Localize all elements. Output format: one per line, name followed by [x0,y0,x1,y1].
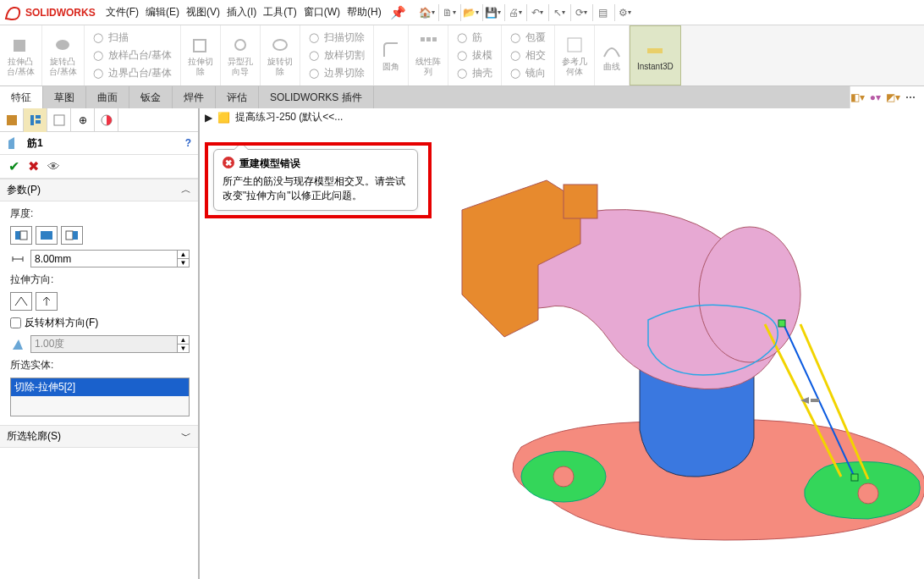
btn-curve[interactable]: 曲线 [595,25,630,85]
help-icon[interactable]: ? [185,137,191,149]
btn-draft[interactable]: ◯ 拔模 [457,48,492,63]
svg-rect-5 [421,37,425,41]
thickness-both-button[interactable] [36,226,58,245]
btn-linear-pattern[interactable]: 线性阵 列 [409,25,448,85]
btn-extrude-boss[interactable]: 拉伸凸 台/基体 [0,25,42,85]
pin-icon[interactable]: 📌 [385,5,411,20]
direction-parallel-button[interactable] [10,292,32,311]
reverse-material-input[interactable] [10,317,21,328]
thickness-value-row: ▲▼ [10,250,190,267]
options-list-icon[interactable]: ▤ [592,2,614,24]
side-tab-feature-tree[interactable] [0,108,24,132]
graphics-viewport[interactable]: ▶ 🟨 提高练习-250 (默认<<... ✖ 重建模型错误 所产生的筋没与现存… [200,108,924,579]
tab-evaluate[interactable]: 评估 [216,86,259,108]
new-file-icon[interactable]: 🗎▾ [438,2,460,24]
menu-edit[interactable]: 编辑(E) [142,5,183,19]
svg-rect-6 [426,37,431,41]
side-tab-dimxpert[interactable]: ⊕ [71,108,95,132]
btn-revolve-boss[interactable]: 旋转凸 台/基体 [42,25,85,85]
menu-file[interactable]: 文件(F) [102,5,142,19]
print-icon[interactable]: 🖨▾ [504,2,526,24]
btn-fillet[interactable]: 圆角 [374,25,409,85]
btn-loft[interactable]: ◯ 放样凸台/基体 [93,48,172,63]
svg-point-1 [56,40,69,50]
view-cube-icon[interactable]: ◩▾ [886,91,900,103]
btn-revolve-cut[interactable]: 旋转切 除 [261,25,300,85]
thickness-up[interactable]: ▲ [178,251,189,259]
side-tab-display[interactable] [95,108,118,132]
preview-button[interactable]: 👁 [47,159,60,174]
thickness-input[interactable] [30,250,177,267]
settings-gear-icon[interactable]: ⚙▾ [614,2,636,24]
selected-entity-item[interactable]: 切除-拉伸5[2] [11,378,189,396]
menu-tools[interactable]: 工具(T) [260,5,300,19]
home-icon[interactable]: 🏠▾ [416,2,438,24]
tab-sketch[interactable]: 草图 [43,86,86,108]
draft-angle-row: ▲▼ [10,335,190,353]
contours-header-label: 所选轮廓(S) [7,429,61,444]
btn-mirror[interactable]: ◯ 镜向 [510,66,546,80]
appearance-icon[interactable]: ●▾ [870,91,881,103]
btn-extrude-cut[interactable]: 拉伸切 除 [181,25,221,85]
draft-input [30,335,177,353]
btn-boundary[interactable]: ◯ 边界凸台/基体 [93,66,172,80]
svg-rect-2 [194,40,206,52]
menu-help[interactable]: 帮助(H) [344,5,385,19]
svg-rect-19 [66,231,73,240]
btn-boundary-cut[interactable]: ◯ 边界切除 [309,66,365,80]
tab-addins[interactable]: SOLIDWORKS 插件 [259,86,374,108]
btn-refgeo[interactable]: 参考几 何体 [555,25,595,85]
svg-point-4 [273,40,287,50]
app-name: SOLIDWORKS [25,7,96,19]
document-name[interactable]: 提高练习-250 (默认<<... [235,110,343,124]
btn-sweep[interactable]: ◯ 扫描 [93,30,172,45]
svg-rect-30 [851,474,858,481]
svg-point-23 [858,483,878,504]
view-settings-icon[interactable]: ⋯ [905,91,916,103]
undo-icon[interactable]: ↶▾ [526,2,548,24]
menu-view[interactable]: 视图(V) [183,5,223,19]
svg-rect-25 [564,185,597,218]
btn-wrap[interactable]: ◯ 包覆 [510,30,546,45]
cancel-button[interactable]: ✖ [28,158,39,174]
tab-weldments[interactable]: 焊件 [173,86,216,108]
expand-tree-icon[interactable]: ▶ [205,112,212,124]
group-wrap-intersect: ◯ 包覆 ◯ 相交 ◯ 镜向 [502,25,555,85]
menu-insert[interactable]: 插入(I) [223,5,260,19]
btn-loft-cut[interactable]: ◯ 放样切割 [309,48,365,63]
direction-normal-button[interactable] [36,292,58,311]
thickness-spin[interactable]: ▲▼ [30,250,190,267]
tab-surface[interactable]: 曲面 [86,86,129,108]
svg-rect-12 [36,115,41,119]
btn-rib[interactable]: ◯ 筋 [457,30,492,45]
open-file-icon[interactable]: 📂▾ [460,2,482,24]
btn-instant3d[interactable]: Instant3D [630,25,681,85]
save-icon[interactable]: 💾▾ [482,2,504,24]
ok-button[interactable]: ✔ [8,158,19,174]
btn-intersect[interactable]: ◯ 相交 [510,48,546,63]
select-icon[interactable]: ↖▾ [548,2,570,24]
reverse-material-checkbox[interactable]: 反转材料方向(F) [10,316,190,330]
reverse-material-label: 反转材料方向(F) [25,316,98,330]
side-tab-config[interactable] [47,108,71,132]
tab-sheetmetal[interactable]: 钣金 [129,86,173,108]
model-render [327,142,924,579]
btn-hole[interactable]: 异型孔 向导 [221,25,261,85]
thickness-side2-button[interactable] [61,226,83,245]
btn-shell[interactable]: ◯ 抽壳 [457,66,492,80]
menu-window[interactable]: 窗口(W) [300,5,344,19]
display-state-icon[interactable]: ◧▾ [850,91,865,103]
thickness-side1-button[interactable] [10,226,32,245]
selected-entities-list[interactable]: 切除-拉伸5[2] [10,378,190,416]
params-header-label: 参数(P) [7,183,41,197]
flyout-feature-tree[interactable]: ▶ 🟨 提高练习-250 (默认<<... [205,110,343,124]
tab-features[interactable]: 特征 [0,86,43,108]
contours-header[interactable]: 所选轮廓(S) ﹀ [0,425,198,448]
svg-rect-0 [14,40,25,52]
side-tabs: ⊕ [0,108,198,132]
btn-sweep-cut[interactable]: ◯ 扫描切除 [309,30,365,45]
params-header[interactable]: 参数(P) ︿ [0,179,198,201]
thickness-down[interactable]: ▼ [178,259,189,267]
side-tab-property-manager[interactable] [24,108,47,132]
rebuild-icon[interactable]: ⟳▾ [570,2,592,24]
